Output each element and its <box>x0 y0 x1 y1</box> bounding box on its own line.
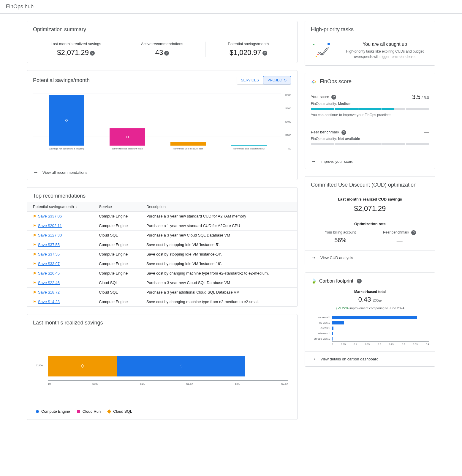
peer-label: Peer benchmark ? <box>311 130 346 135</box>
legend-cloud-sql: Cloud SQL <box>108 409 132 414</box>
card-header: 🍃 Carbon footprint ? <box>305 273 435 287</box>
metric-label: Last month's realized savings <box>33 42 119 46</box>
cell-service: Compute Engine <box>93 259 140 269</box>
metric-value: $1,020.97? <box>205 48 291 57</box>
cud-savings-label: Last month's realized CUD savings <box>311 197 429 201</box>
cud-body: Last month's realized CUD savings $2,071… <box>305 191 435 250</box>
table-header-row: Potential savings/month↓ Service Descrip… <box>27 202 297 212</box>
card-title: Carbon footprint <box>319 278 353 284</box>
view-cud-analysis-link[interactable]: → View CUD analysis <box>305 250 435 265</box>
chart-body: $800 $600 $400 $200 $0 [Savings not spec… <box>27 94 297 165</box>
view-all-recommendations-link[interactable]: → View all recommendations <box>27 165 297 180</box>
help-icon[interactable]: ? <box>331 95 336 100</box>
help-icon[interactable]: ? <box>357 279 362 283</box>
score-progress-bar <box>311 108 429 110</box>
task-title: You are all caught up <box>341 42 429 47</box>
cell-service: Compute Engine <box>93 212 140 221</box>
improvement-value: ↓ -9.22% <box>336 306 348 310</box>
savings-link[interactable]: Save $18.72 <box>38 290 60 294</box>
cell-description: Save cost by changing machine type from … <box>140 297 297 307</box>
savings-link[interactable]: Save $26.45 <box>38 271 60 275</box>
task-description: High-priority tasks like expiring CUDs a… <box>341 49 429 59</box>
improve-score-link[interactable]: → Improve your score <box>305 154 435 169</box>
optimization-summary-card: Optimization summary Last month's realiz… <box>27 21 298 63</box>
help-icon[interactable]: ? <box>90 51 95 56</box>
carbon-row-0[interactable]: us-central1 <box>311 315 429 320</box>
legend-cloud-run: Cloud Run <box>77 409 101 414</box>
savings-link[interactable]: Save $37.55 <box>38 242 60 247</box>
flag-icon: ⚑ <box>33 271 36 275</box>
flag-icon: ⚑ <box>33 262 36 266</box>
carbon-row-3[interactable]: asia-east1 <box>311 331 429 336</box>
cell-description: Save cost by stopping Idle VM 'instance-… <box>140 259 297 269</box>
metric-peer-benchmark: Peer benchmark ? — <box>370 230 429 244</box>
cell-savings: ⚑Save $202.11 <box>27 221 93 231</box>
savings-link[interactable]: Save $337.06 <box>38 214 62 218</box>
col-savings[interactable]: Potential savings/month↓ <box>27 202 93 212</box>
flag-icon: ⚑ <box>33 290 36 294</box>
arrow-right-icon: → <box>311 158 316 165</box>
help-icon[interactable]: ? <box>262 51 267 56</box>
savings-link[interactable]: Save $37.55 <box>38 252 60 256</box>
savings-link[interactable]: Save $202.11 <box>38 223 62 228</box>
bar-2[interactable]: committed use discount test <box>158 142 219 150</box>
carbon-footprint-card: 🍃 Carbon footprint ? Market-based total … <box>305 272 435 367</box>
tab-projects[interactable]: PROJECTS <box>263 76 291 84</box>
view-carbon-dashboard-link[interactable]: → View details on carbon dashboard <box>305 352 435 366</box>
arrow-right-icon: → <box>33 169 38 176</box>
market-label: Market-based total <box>311 290 429 294</box>
bar-1[interactable]: committed-use-discount-test2 <box>97 128 158 150</box>
arrow-right-icon: → <box>311 255 316 261</box>
leaf-icon: 🍃 <box>311 278 317 284</box>
bar-3[interactable]: committed-use-discount-test3 <box>219 145 279 150</box>
savings-link[interactable]: Save $22.46 <box>38 280 60 285</box>
cell-service: Cloud SQL <box>93 288 140 297</box>
task-body: You are all caught up High-priority task… <box>305 36 435 65</box>
stacked-bar[interactable] <box>48 356 288 376</box>
savings-link[interactable]: Save $33.97 <box>38 261 60 266</box>
gcloud-icon <box>311 79 317 85</box>
top-recommendations-card: Top recommendations Potential savings/mo… <box>27 187 298 307</box>
cell-description: Save cost by stopping Idle VM 'instance-… <box>140 250 297 259</box>
table-row: ⚑Save $26.45Compute EngineSave cost by c… <box>27 269 297 278</box>
savings-link[interactable]: Save $14.23 <box>38 300 60 304</box>
score-value: 3.5 <box>412 94 420 100</box>
cell-description: Purchase a 3 year new Cloud SQL Database… <box>140 231 297 240</box>
carbon-row-1[interactable]: us-west1 <box>311 320 429 325</box>
table-row: ⚑Save $202.11Compute EnginePurchase a 1 … <box>27 221 297 231</box>
metric-potential-savings: Potential savings/month $1,020.97? <box>205 42 291 57</box>
bars: [Savings not specific to a project] comm… <box>36 94 279 150</box>
carbon-row-2[interactable]: us-east1 <box>311 325 429 331</box>
peer-maturity: FinOps maturity: Not available <box>311 137 429 141</box>
legend-compute-engine: Compute Engine <box>36 409 70 414</box>
table-row: ⚑Save $37.55Compute EngineSave cost by s… <box>27 250 297 259</box>
help-icon[interactable]: ? <box>164 51 169 56</box>
carbon-row-4[interactable]: europe-west1 <box>311 336 429 341</box>
table-row: ⚑Save $127.30Cloud SQLPurchase a 3 year … <box>27 231 297 240</box>
cell-savings: ⚑Save $22.46 <box>27 278 93 288</box>
realized-chart: CUDs $0 $500 $1K $1.5K $2K $2.5K <box>36 338 288 397</box>
table-row: ⚑Save $18.72Cloud SQLPurchase a 3 year a… <box>27 288 297 297</box>
metric-label: Active recommendations <box>119 42 205 46</box>
cell-service: Compute Engine <box>93 297 140 307</box>
carbon-chart: us-central1 us-west1 us-east1 asia-east1… <box>311 315 429 346</box>
help-icon[interactable]: ? <box>411 230 416 235</box>
cud-metrics: Your billing account 56% Peer benchmark … <box>311 230 429 244</box>
bar-0[interactable]: [Savings not specific to a project] <box>36 95 97 150</box>
optimization-summary-body: Last month's realized savings $2,071.29?… <box>27 36 297 63</box>
peer-benchmark-section: Peer benchmark ? — FinOps maturity: Not … <box>305 123 435 154</box>
card-title: Last month's realized savings <box>27 314 297 329</box>
svg-point-0 <box>313 44 314 45</box>
tab-services[interactable]: SERVICES <box>237 76 263 84</box>
col-service[interactable]: Service <box>93 202 140 212</box>
task-content: You are all caught up High-priority task… <box>341 42 429 59</box>
col-description[interactable]: Description <box>140 202 297 212</box>
improvement-row: ↓ -9.22% improvement comparing to June 2… <box>311 306 429 310</box>
cell-service: Compute Engine <box>93 240 140 250</box>
savings-link[interactable]: Save $127.30 <box>38 233 62 237</box>
help-icon[interactable]: ? <box>341 130 346 135</box>
y-axis-labels: $800 $600 $400 $200 $0 <box>282 94 291 150</box>
cell-savings: ⚑Save $127.30 <box>27 231 93 240</box>
cell-description: Purchase a 1 year new standard CUD for A… <box>140 221 297 231</box>
score-max: / 5.0 <box>422 95 429 100</box>
